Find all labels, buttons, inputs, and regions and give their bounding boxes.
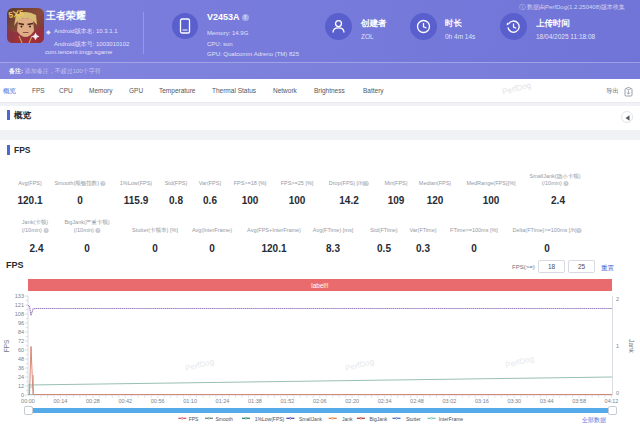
svg-text:PerfDog: PerfDog bbox=[504, 354, 535, 370]
svg-text:108: 108 bbox=[15, 311, 24, 317]
svg-text:00:00: 00:00 bbox=[21, 398, 35, 404]
svg-text:03:30: 03:30 bbox=[507, 398, 521, 404]
svg-text:60: 60 bbox=[18, 347, 24, 353]
svg-text:00:14: 00:14 bbox=[54, 398, 68, 404]
svg-text:03:58: 03:58 bbox=[572, 398, 586, 404]
svg-text:01:38: 01:38 bbox=[248, 398, 262, 404]
svg-text:48: 48 bbox=[18, 356, 24, 362]
svg-text:00:56: 00:56 bbox=[151, 398, 165, 404]
svg-text:03:02: 03:02 bbox=[443, 398, 457, 404]
svg-text:02:34: 02:34 bbox=[378, 398, 392, 404]
svg-text:36: 36 bbox=[18, 365, 24, 371]
svg-text:Jank: Jank bbox=[628, 339, 635, 353]
svg-text:121: 121 bbox=[15, 302, 24, 308]
svg-text:0: 0 bbox=[616, 390, 619, 396]
svg-text:84: 84 bbox=[18, 329, 24, 335]
svg-text:00:28: 00:28 bbox=[86, 398, 100, 404]
svg-text:96: 96 bbox=[18, 320, 24, 326]
svg-text:03:44: 03:44 bbox=[540, 398, 554, 404]
svg-text:PerfDog: PerfDog bbox=[344, 357, 375, 373]
svg-text:1: 1 bbox=[616, 343, 619, 349]
svg-text:label!!: label!! bbox=[311, 282, 329, 289]
svg-text:2: 2 bbox=[616, 296, 619, 302]
svg-text:02:48: 02:48 bbox=[410, 398, 424, 404]
svg-text:01:10: 01:10 bbox=[183, 398, 197, 404]
svg-text:133: 133 bbox=[15, 293, 24, 299]
svg-text:02:20: 02:20 bbox=[345, 398, 359, 404]
svg-text:02:06: 02:06 bbox=[313, 398, 327, 404]
svg-text:03:16: 03:16 bbox=[475, 398, 489, 404]
svg-text:PerfDog: PerfDog bbox=[184, 357, 215, 373]
svg-text:01:24: 01:24 bbox=[216, 398, 230, 404]
svg-text:12: 12 bbox=[18, 383, 24, 389]
svg-text:04:12: 04:12 bbox=[605, 398, 619, 404]
svg-text:24: 24 bbox=[18, 374, 24, 380]
svg-text:72: 72 bbox=[18, 338, 24, 344]
svg-text:00:42: 00:42 bbox=[118, 398, 132, 404]
svg-text:01:52: 01:52 bbox=[281, 398, 295, 404]
svg-text:FPS: FPS bbox=[3, 339, 10, 352]
